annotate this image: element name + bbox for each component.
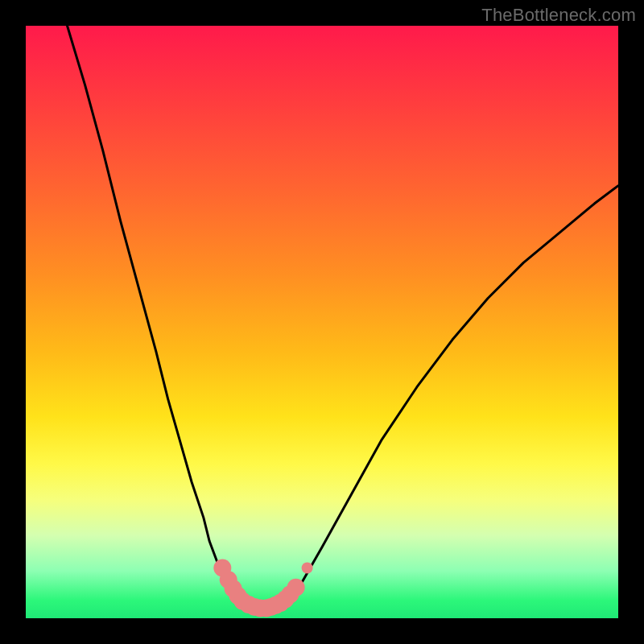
- plot-area: [26, 26, 618, 618]
- bottleneck-curve: [68, 26, 618, 610]
- outlier-marker: [302, 562, 313, 573]
- valley-marker: [287, 579, 305, 597]
- watermark-text: TheBottleneck.com: [481, 5, 636, 26]
- chart-svg: [26, 26, 618, 618]
- chart-frame: TheBottleneck.com: [0, 0, 644, 644]
